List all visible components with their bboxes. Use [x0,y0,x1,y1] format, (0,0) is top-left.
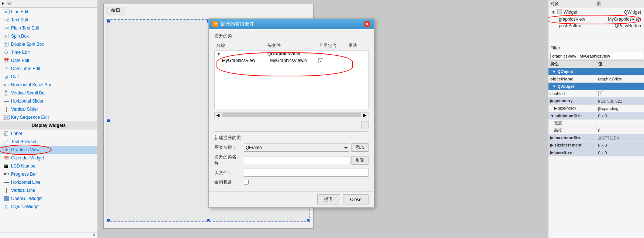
scroll-right-btn[interactable]: ▶ [362,113,368,118]
qt-icon: Qt [212,21,218,27]
sidebar-item-label: LCD Number [11,163,37,169]
base-class-row: 基类名称： QFrame 添加 [214,143,368,152]
object-row-push-button[interactable]: pushButton QPushButton [548,23,644,29]
sidebar-item-label: Double Spin Box [11,42,44,47]
prop-row-maximumsize[interactable]: ▶ maximumSize 16777215 x [548,134,644,142]
divider [214,131,368,132]
object-row-widget[interactable]: ▼ Widget QWidget [548,8,644,16]
calendar-icon: 📆 [3,155,10,161]
dialog-footer: 提升 Close [209,191,374,207]
section-label: Display Widgets [32,123,66,128]
filter-bar: Filter [0,0,97,8]
promote-dialog: Qt 提升的窗口部件 ✕ 提升的类 名称 头文件 全局包含 用法 ▼ QGrap… [208,18,374,208]
close-button[interactable]: Close [343,194,368,204]
dial-icon: ◎ [3,74,10,80]
prop-geometry-name: ▶ geometry [548,98,596,104]
object-inspector-header: 对象 类 [548,0,644,8]
sidebar-item-opengl[interactable]: OpenGL Widget [0,194,97,203]
promote-button[interactable]: 提升 [317,194,340,204]
hline-icon [3,179,10,185]
designer-canvas: 绘图 Qt 提升的窗口部件 ✕ 提升的类 [98,0,548,238]
prop-row-width[interactable]: 宽度 [548,120,644,127]
tree-parent-name: QGraphicsView [267,51,318,56]
reset-button[interactable]: 重置 [352,156,368,165]
sidebar-item-lcd-number[interactable]: 12 LCD Number [0,162,97,170]
header-file-input[interactable] [244,169,368,177]
sidebar-item-label: Horizontal Line [11,180,41,185]
sidebar-item-hscrollbar[interactable]: Horizontal Scroll Bar [0,81,97,89]
sidebar-item-text-edit[interactable]: A| Text Edit [0,16,97,24]
quick-icon: Q [3,204,10,210]
dialog-close-button[interactable]: ✕ [364,21,370,27]
prop-row-geometry[interactable]: ▶ geometry [(10, 50), 621 [548,97,644,105]
handle-br [307,219,309,221]
object-row-graphics-view[interactable]: graphicsView MyGraphicsView [548,16,644,23]
sidebar-item-date-edit[interactable]: 📅 Date Edit [0,56,97,65]
props-value-col: 值 [596,61,644,68]
opengl-icon [3,196,10,201]
global-include-row: 全局包含 [214,179,368,185]
sidebar-item-line-edit[interactable]: ab| Line Edit [0,8,97,16]
sidebar-item-dial[interactable]: ◎ Dial [0,73,97,81]
enabled-checkbox[interactable] [598,91,603,96]
prop-row-minimumsize[interactable]: ▼ minimumSize 0 x 0 [548,112,644,120]
sidebar-item-time-edit[interactable]: ⏱ Time Edit [0,48,97,56]
sidebar-item-key-sequence[interactable]: abc Key Sequence Edit [0,113,97,121]
add-button[interactable]: 添加 [352,143,368,152]
sidebar-item-text-browser[interactable]: 📄 Text Browser [0,138,97,146]
sidebar-item-qquick[interactable]: Q QQuickWidget [0,203,97,211]
spin-icon: ⊞ [3,33,10,39]
promoted-name-input[interactable] [244,156,349,164]
tree-child-name: MyGraphicsView [222,58,270,63]
prop-maximumsize-name: ▶ maximumSize [548,135,596,141]
tree-child-row[interactable]: MyGraphicsView MyGraphicsView.h [215,57,368,64]
display-widgets-section: Display Widgets [0,121,97,130]
sidebar-item-label: OpenGL Widget [11,196,43,201]
label-icon: A [3,131,10,137]
props-filter-input[interactable] [550,53,642,59]
prop-row-basesize[interactable]: ▶ baseSize 0 x 0 [548,149,644,156]
promoted-name-label: 提升的类名称： [214,154,244,166]
sidebar-item-spin-box[interactable]: ⊞ Spin Box [0,32,97,40]
prop-row-enabled[interactable]: enabled [548,90,644,97]
sidebar-item-hline[interactable]: Horizontal Line [0,178,97,186]
prop-row-height[interactable]: 高度 0 [548,127,644,134]
sidebar-item-progress-bar[interactable]: Progress Bar [0,170,97,178]
props-filter-input-area [548,52,644,61]
prop-row-objectname[interactable]: objectName graphicsView [548,75,644,83]
sidebar-item-plain-text-edit[interactable]: AI Plain Text Edit [0,24,97,32]
sidebar-item-hslider[interactable]: Horizontal Slider [0,97,97,105]
prop-row-sizepolicy[interactable]: ▶ sizePolicy [Expanding, [548,105,644,112]
tree-expand-icon: ▼ [217,51,267,56]
promoted-class-tree[interactable]: ▼ QGraphicsView MyGraphicsView MyGraphic… [214,50,368,109]
sidebar-item-label[interactable]: A Label [0,130,97,138]
scroll-down-area: ▼ [0,232,97,238]
sidebar-item-vline[interactable]: Vertical Line [0,186,97,194]
minus-button[interactable]: − [361,121,368,128]
sidebar-item-vslider[interactable]: Vertical Slider [0,105,97,113]
base-class-select[interactable]: QFrame [244,144,349,152]
tree-parent-row[interactable]: ▼ QGraphicsView [215,51,368,57]
graphics-icon [3,147,10,153]
props-attr-col: 属性 [548,61,596,68]
prop-basesize-value: 0 x 0 [596,150,644,156]
draw-button[interactable]: 绘图 [107,6,125,14]
sidebar-item-calendar[interactable]: 📆 Calendar Widget [0,154,97,162]
sidebar-item-graphics-view[interactable]: Graphics View [0,146,97,154]
prop-sizeincrement-value: 0 x 0 [596,142,644,148]
scroll-left-btn[interactable]: ◀ [215,113,221,118]
section1-title: 提升的类 [214,33,368,39]
qwidget-section-label: ▼ QWidget [548,83,644,89]
vline-icon [3,187,10,193]
prop-geometry-value: [(10, 50), 621 [596,98,644,104]
sidebar-item-double-spin-box[interactable]: ⊡ Double Spin Box [0,40,97,48]
col-name: 名称 [216,42,267,49]
global-include-checkbox[interactable] [244,180,249,184]
graphics-view-svg [3,147,9,153]
sidebar-item-datetime-edit[interactable]: 🗓 Date/Time Edit [0,65,97,73]
sidebar-item-vscrollbar[interactable]: Vertical Scroll Bar [0,89,97,97]
sidebar-item-label: Plain Text Edit [11,25,39,31]
left-panel: Filter ab| Line Edit A| Text Edit AI Pla… [0,0,98,238]
widget-svg [557,9,562,14]
prop-row-sizeincrement[interactable]: ▶ sizeIncrement 0 x 0 [548,142,644,149]
